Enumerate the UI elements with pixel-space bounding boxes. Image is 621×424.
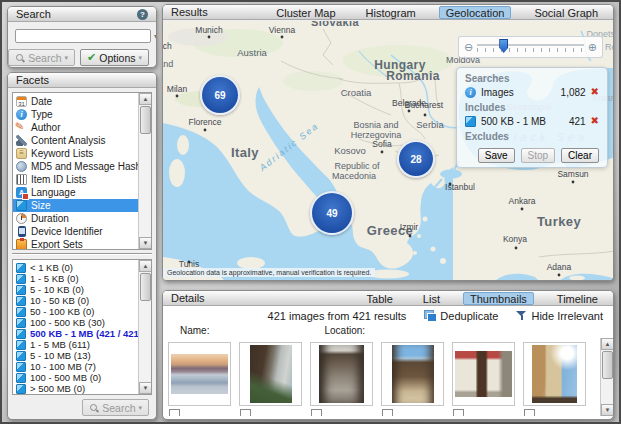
- tab-geolocation[interactable]: Geolocation: [439, 6, 512, 19]
- facet-item-date[interactable]: Date: [13, 95, 151, 108]
- zoom-in-icon[interactable]: ⊕: [588, 42, 597, 53]
- magnifier-icon: [89, 403, 99, 413]
- size-bucket-icon: [16, 296, 26, 306]
- location-filter-input[interactable]: [370, 325, 458, 336]
- remove-icon[interactable]: ✖: [591, 116, 599, 126]
- facet-item-md5-and-message-hash[interactable]: MD5 and Message Hash: [13, 160, 151, 173]
- size-bucket-label: 100 - 500 KB (30): [30, 317, 105, 328]
- size-bucket-item[interactable]: 500 KB - 1 MB (421 / 421): [13, 328, 151, 339]
- thumbnail-checkbox[interactable]: [524, 409, 535, 416]
- facet-item-keyword-lists[interactable]: Keyword Lists: [13, 147, 151, 160]
- save-button[interactable]: Save: [478, 148, 515, 163]
- size-bucket-item[interactable]: 100 - 500 MB (0): [13, 372, 151, 383]
- facets-panel: Facets DateTypeAuthorContent AnalysisKey…: [7, 72, 157, 420]
- facet-item-device-identifier[interactable]: Device Identifier: [13, 225, 151, 238]
- size-bucket-item[interactable]: 10 - 50 KB (0): [13, 295, 151, 306]
- tab-social-graph[interactable]: Social Graph: [527, 6, 605, 19]
- options-button[interactable]: ✔ Options ▾: [80, 49, 149, 66]
- clear-button[interactable]: Clear: [561, 148, 599, 163]
- size-bucket-item[interactable]: 1 - 5 MB (611): [13, 339, 151, 350]
- scrollbar-thumb[interactable]: [140, 273, 151, 301]
- size-bucket-item[interactable]: > 500 MB (0): [13, 383, 151, 394]
- scrollbar-thumb[interactable]: [602, 351, 613, 379]
- map-cluster-49[interactable]: 49: [310, 191, 354, 235]
- thumbnail-checkbox[interactable]: [453, 409, 464, 416]
- facet-item-export-sets[interactable]: Export Sets: [13, 238, 151, 250]
- chevron-down-icon[interactable]: ▾: [154, 32, 157, 41]
- thumbnail-checkbox[interactable]: [169, 409, 180, 416]
- size-bucket-item[interactable]: 100 - 500 KB (30): [13, 317, 151, 328]
- search-row: Images1,082✖: [465, 85, 599, 99]
- thumbnail-checkbox[interactable]: [240, 409, 251, 416]
- scrollbar-thumb[interactable]: [140, 106, 151, 134]
- thumbnail-cell: [310, 342, 373, 416]
- size-bucket-item[interactable]: 5 - 10 KB (0): [13, 284, 151, 295]
- map-zoom-control[interactable]: ⊖ ⊕: [458, 36, 603, 58]
- tab-cluster-map[interactable]: Cluster Map: [269, 6, 342, 19]
- thumbnail-item[interactable]: [381, 342, 444, 406]
- facet-item-author[interactable]: Author: [13, 121, 151, 134]
- size-bucket-item[interactable]: 1 - 5 KB (0): [13, 273, 151, 284]
- thumbnail-item[interactable]: [168, 342, 231, 406]
- size-bucket-item[interactable]: 5 - 10 MB (13): [13, 350, 151, 361]
- calendar-icon: [16, 96, 27, 107]
- city-dot: [188, 261, 191, 264]
- help-icon[interactable]: ?: [137, 9, 148, 20]
- size-bucket-item[interactable]: 50 - 100 KB (0): [13, 306, 151, 317]
- thumbnails-area: ▲ ▼: [163, 338, 613, 416]
- search-button[interactable]: Search ▾: [8, 49, 75, 66]
- size-bucket-item[interactable]: 10 - 100 MB (7): [13, 361, 151, 372]
- scroll-down-icon[interactable]: ▼: [139, 382, 152, 394]
- scroll-up-icon[interactable]: ▲: [139, 260, 152, 272]
- include-count: 421: [569, 116, 586, 127]
- city-dot: [424, 114, 427, 117]
- scroll-up-icon[interactable]: ▲: [139, 93, 152, 105]
- scroll-up-icon[interactable]: ▲: [601, 338, 613, 350]
- tab-thumbnails[interactable]: Thumbnails: [463, 292, 534, 305]
- hide-irrelevant-button[interactable]: Hide Irrelevant: [516, 310, 603, 322]
- scroll-down-icon[interactable]: ▼: [601, 404, 613, 416]
- thumbnail-checkbox[interactable]: [382, 409, 393, 416]
- search-input[interactable]: [16, 31, 154, 41]
- thumbnail-checkbox[interactable]: [311, 409, 322, 416]
- facet-list-scrollbar[interactable]: ▲ ▼: [138, 93, 151, 249]
- size-list-scrollbar[interactable]: ▲ ▼: [138, 260, 151, 394]
- facets-panel-titlebar: Facets: [8, 73, 156, 88]
- scroll-down-icon[interactable]: ▼: [139, 237, 152, 249]
- facet-item-size[interactable]: Size: [13, 199, 151, 212]
- thumbnail-item[interactable]: [452, 342, 515, 406]
- map-cluster-69[interactable]: 69: [200, 75, 240, 115]
- facet-item-type[interactable]: Type: [13, 108, 151, 121]
- results-panel: Results Cluster MapHistogramGeolocationS…: [162, 4, 614, 281]
- facet-item-item-id-lists[interactable]: Item ID Lists: [13, 173, 151, 186]
- zoom-slider-track[interactable]: [477, 42, 584, 52]
- city-dot: [558, 274, 561, 277]
- search-combobox[interactable]: ▾: [15, 29, 151, 43]
- tab-histogram[interactable]: Histogram: [359, 6, 423, 19]
- geolocation-map[interactable]: SlovakiaHungaryRomaniaItalyGreeceTurkeyA…: [163, 21, 613, 280]
- deduplicate-button[interactable]: Deduplicate: [424, 310, 498, 322]
- map-label-republic-of: Republic of: [334, 161, 380, 171]
- export-icon: [16, 239, 27, 250]
- application-window: Search ? ▾ Search ▾ ✔ Options ▾ Facets: [0, 0, 621, 424]
- tab-table[interactable]: Table: [360, 292, 400, 305]
- facet-search-button[interactable]: Search ▾: [82, 399, 149, 416]
- thumbnail-item[interactable]: [523, 342, 586, 406]
- stop-button[interactable]: Stop: [521, 148, 556, 163]
- city-dot: [204, 129, 207, 132]
- size-bucket-item[interactable]: < 1 KB (0): [13, 262, 151, 273]
- facet-item-duration[interactable]: Duration: [13, 212, 151, 225]
- facet-item-language[interactable]: Language: [13, 186, 151, 199]
- thumbnail-item[interactable]: [310, 342, 373, 406]
- city-dot: [208, 36, 211, 39]
- map-cluster-28[interactable]: 28: [397, 140, 435, 178]
- zoom-out-icon[interactable]: ⊖: [464, 42, 473, 53]
- tab-list[interactable]: List: [416, 292, 447, 305]
- remove-icon[interactable]: ✖: [591, 87, 599, 97]
- map-label-romania: Romania: [386, 69, 439, 83]
- name-filter-input[interactable]: [214, 325, 302, 336]
- thumbnails-scrollbar[interactable]: ▲ ▼: [600, 338, 613, 416]
- tab-timeline[interactable]: Timeline: [550, 292, 605, 305]
- thumbnail-item[interactable]: [239, 342, 302, 406]
- facet-item-content-analysis[interactable]: Content Analysis: [13, 134, 151, 147]
